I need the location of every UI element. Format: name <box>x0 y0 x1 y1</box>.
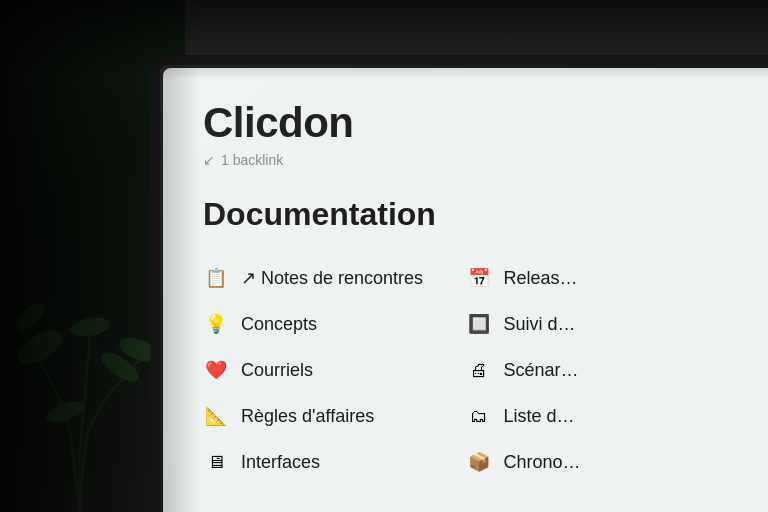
right-item-label-release: Releas… <box>504 268 578 289</box>
left-item-label-regles: Règles d'affaires <box>241 406 374 427</box>
svg-point-5 <box>43 398 86 427</box>
liste-icon: 🗂 <box>466 403 492 429</box>
regles-icon: 📐 <box>203 403 229 429</box>
left-item-regles[interactable]: 📐Règles d'affaires <box>203 393 466 439</box>
right-item-label-suivi: Suivi d… <box>504 314 576 335</box>
right-item-suivi[interactable]: 🔲Suivi d… <box>466 301 729 347</box>
left-item-notes[interactable]: 📋↗ Notes de rencontres <box>203 255 466 301</box>
section-title: Documentation <box>203 196 728 233</box>
right-column: 📅Releas…🔲Suivi d…🖨Scénar…🗂Liste d…📦Chron… <box>466 255 729 485</box>
backlink-icon: ↙ <box>203 152 215 168</box>
monitor-screen: Clicdon ↙ 1 backlink Documentation 📋↗ No… <box>163 68 768 512</box>
right-item-label-scenario: Scénar… <box>504 360 579 381</box>
right-item-liste[interactable]: 🗂Liste d… <box>466 393 729 439</box>
svg-point-3 <box>12 299 49 336</box>
left-item-interfaces[interactable]: 🖥Interfaces <box>203 439 466 485</box>
backlink-text: 1 backlink <box>221 152 283 168</box>
page-title: Clicdon <box>203 100 728 146</box>
interfaces-icon: 🖥 <box>203 449 229 475</box>
chrono-icon: 📦 <box>466 449 492 475</box>
right-item-label-liste: Liste d… <box>504 406 575 427</box>
left-item-label-concepts: Concepts <box>241 314 317 335</box>
left-item-courriels[interactable]: ❤️Courriels <box>203 347 466 393</box>
svg-point-2 <box>69 315 112 340</box>
items-grid: 📋↗ Notes de rencontres💡Concepts❤️Courrie… <box>203 255 728 485</box>
suivi-icon: 🔲 <box>466 311 492 337</box>
scenario-icon: 🖨 <box>466 357 492 383</box>
right-item-scenario[interactable]: 🖨Scénar… <box>466 347 729 393</box>
screen-content: Clicdon ↙ 1 backlink Documentation 📋↗ No… <box>163 68 768 512</box>
concepts-icon: 💡 <box>203 311 229 337</box>
right-item-chrono[interactable]: 📦Chrono… <box>466 439 729 485</box>
left-item-label-courriels: Courriels <box>241 360 313 381</box>
left-item-label-interfaces: Interfaces <box>241 452 320 473</box>
backlink-row[interactable]: ↙ 1 backlink <box>203 152 728 168</box>
left-column: 📋↗ Notes de rencontres💡Concepts❤️Courrie… <box>203 255 466 485</box>
right-item-release[interactable]: 📅Releas… <box>466 255 729 301</box>
courriels-icon: ❤️ <box>203 357 229 383</box>
release-icon: 📅 <box>466 265 492 291</box>
left-item-concepts[interactable]: 💡Concepts <box>203 301 466 347</box>
plant-silhouette <box>10 192 150 512</box>
right-item-label-chrono: Chrono… <box>504 452 581 473</box>
monitor-outer: Clicdon ↙ 1 backlink Documentation 📋↗ No… <box>155 60 768 512</box>
notes-icon: 📋 <box>203 265 229 291</box>
left-item-label-notes: ↗ Notes de rencontres <box>241 267 423 289</box>
